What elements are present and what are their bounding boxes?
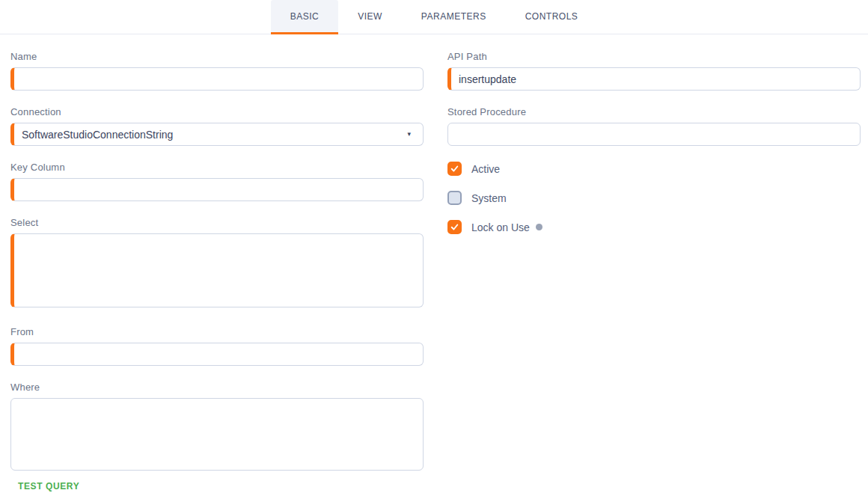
field-api-path: API Path: [447, 51, 861, 91]
tab-bar: BASIC VIEW PARAMETERS CONTROLS: [0, 0, 868, 34]
tab-basic-label: BASIC: [290, 11, 320, 22]
lock-on-use-checkbox-label: Lock on Use: [471, 221, 530, 233]
api-path-input[interactable]: [447, 67, 861, 91]
tab-view[interactable]: VIEW: [338, 0, 402, 34]
connection-selected-value: SoftwareStudioConnectionString: [22, 129, 173, 141]
name-input[interactable]: [10, 67, 424, 91]
lock-on-use-checkbox[interactable]: [447, 220, 462, 234]
right-column: API Path Stored Procedure Active: [447, 51, 861, 492]
connection-select[interactable]: SoftwareStudioConnectionString ▾: [10, 123, 424, 146]
field-from: From: [10, 326, 424, 366]
select-label: Select: [10, 217, 424, 228]
system-checkbox-label: System: [471, 192, 507, 204]
field-where: Where: [10, 382, 424, 474]
tab-view-label: VIEW: [358, 11, 382, 22]
check-icon: [450, 164, 459, 174]
key-column-label: Key Column: [10, 162, 424, 173]
where-textarea[interactable]: [10, 398, 424, 471]
checkbox-group: Active System Lock on Use: [447, 162, 861, 234]
select-textarea[interactable]: [10, 233, 424, 307]
tab-basic[interactable]: BASIC: [271, 0, 339, 34]
test-query-button[interactable]: TEST QUERY: [18, 481, 79, 492]
field-key-column: Key Column: [10, 162, 424, 201]
from-input[interactable]: [10, 343, 424, 366]
field-stored-procedure: Stored Procedure: [447, 106, 861, 146]
stored-procedure-input[interactable]: [447, 123, 861, 146]
basic-tab-panel: Name Connection SoftwareStudioConnection…: [0, 34, 868, 492]
active-checkbox-row[interactable]: Active: [447, 162, 861, 176]
tab-parameters-label: PARAMETERS: [421, 11, 486, 22]
stored-procedure-label: Stored Procedure: [447, 106, 861, 117]
system-checkbox[interactable]: [447, 191, 462, 205]
system-checkbox-row[interactable]: System: [447, 191, 861, 205]
api-path-label: API Path: [447, 51, 861, 62]
active-checkbox-label: Active: [471, 163, 500, 175]
key-column-input[interactable]: [10, 178, 424, 201]
chevron-down-icon: ▾: [407, 131, 411, 138]
connection-label: Connection: [10, 106, 424, 117]
where-label: Where: [10, 382, 424, 393]
field-connection: Connection SoftwareStudioConnectionStrin…: [10, 106, 424, 146]
active-checkbox[interactable]: [447, 162, 462, 176]
left-column: Name Connection SoftwareStudioConnection…: [10, 51, 424, 492]
tab-controls-label: CONTROLS: [525, 11, 578, 22]
tab-controls[interactable]: CONTROLS: [506, 0, 598, 34]
info-dot-icon: [536, 224, 542, 230]
field-name: Name: [10, 51, 424, 91]
lock-on-use-checkbox-row[interactable]: Lock on Use: [447, 220, 861, 234]
from-label: From: [10, 326, 424, 337]
tab-parameters[interactable]: PARAMETERS: [402, 0, 506, 34]
name-label: Name: [10, 51, 424, 62]
check-icon: [450, 222, 459, 232]
field-select: Select: [10, 217, 424, 310]
